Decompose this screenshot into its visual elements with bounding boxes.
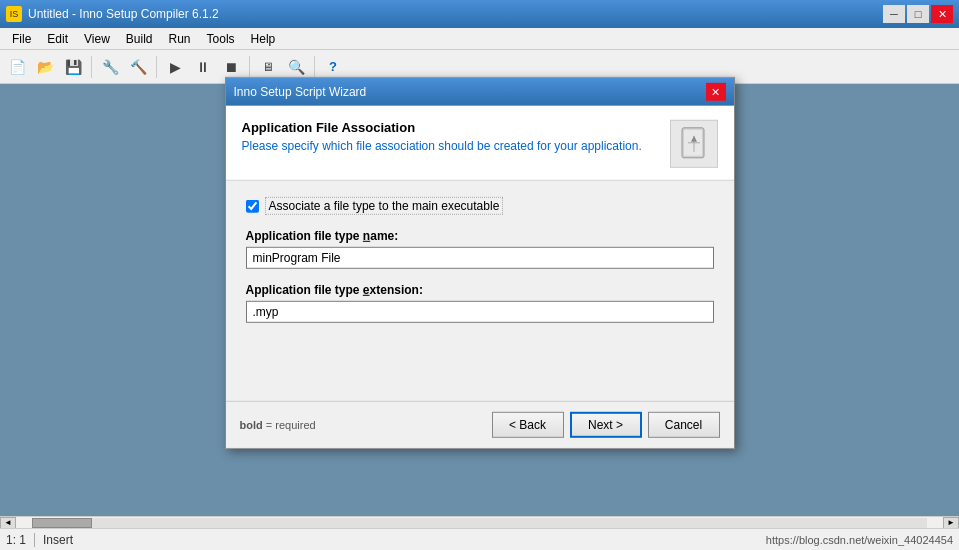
- footer-hint: bold = required: [240, 419, 492, 431]
- status-url: https://blog.csdn.net/weixin_44024454: [766, 534, 953, 546]
- dialog-content: Associate a file type to the main execut…: [226, 181, 734, 401]
- menu-file[interactable]: File: [4, 30, 39, 48]
- find-button[interactable]: 🔍: [283, 54, 309, 80]
- scroll-left-arrow[interactable]: ◄: [0, 517, 16, 529]
- associate-checkbox-label[interactable]: Associate a file type to the main execut…: [265, 197, 504, 215]
- toolbar-separator-3: [249, 56, 250, 78]
- help-button[interactable]: ?: [320, 54, 346, 80]
- toolbar-separator-1: [91, 56, 92, 78]
- wizard-dialog: Inno Setup Script Wizard ✕ Application F…: [225, 77, 735, 449]
- menu-bar: File Edit View Build Run Tools Help: [0, 28, 959, 50]
- filetype-name-label: Application file type name:: [246, 229, 714, 243]
- title-bar-buttons: ─ □ ✕: [883, 5, 953, 23]
- app-icon: IS: [6, 6, 22, 22]
- footer-buttons: < Back Next > Cancel: [492, 412, 720, 438]
- maximize-button[interactable]: □: [907, 5, 929, 23]
- dialog-footer: bold = required < Back Next > Cancel: [226, 401, 734, 448]
- new-button[interactable]: 📄: [4, 54, 30, 80]
- horizontal-scrollbar[interactable]: [32, 518, 927, 528]
- associate-checkbox[interactable]: [246, 199, 259, 212]
- menu-build[interactable]: Build: [118, 30, 161, 48]
- wizard-button[interactable]: 🖥: [255, 54, 281, 80]
- build-button[interactable]: 🔨: [125, 54, 151, 80]
- filetype-ext-input[interactable]: [246, 301, 714, 323]
- dialog-title-text: Inno Setup Script Wizard: [234, 85, 706, 99]
- dialog-header-text: Application File Association Please spec…: [242, 120, 660, 153]
- menu-run[interactable]: Run: [161, 30, 199, 48]
- menu-tools[interactable]: Tools: [199, 30, 243, 48]
- dialog-close-button[interactable]: ✕: [706, 83, 726, 101]
- title-bar-text: Untitled - Inno Setup Compiler 6.1.2: [28, 7, 883, 21]
- editor-mode: Insert: [43, 533, 73, 547]
- associate-checkbox-row: Associate a file type to the main execut…: [246, 197, 714, 215]
- run-button[interactable]: ▶: [162, 54, 188, 80]
- close-button[interactable]: ✕: [931, 5, 953, 23]
- toolbar-separator-4: [314, 56, 315, 78]
- menu-view[interactable]: View: [76, 30, 118, 48]
- dialog-body: Application File Association Please spec…: [226, 106, 734, 448]
- compile-button[interactable]: 🔧: [97, 54, 123, 80]
- scroll-right-arrow[interactable]: ►: [943, 517, 959, 529]
- book-icon: [678, 126, 710, 162]
- dialog-header-icon: [670, 120, 718, 168]
- open-button[interactable]: 📂: [32, 54, 58, 80]
- scrollbar-area: ◄ ►: [0, 516, 959, 528]
- toolbar-separator-2: [156, 56, 157, 78]
- menu-help[interactable]: Help: [243, 30, 284, 48]
- status-separator: [34, 533, 35, 547]
- filetype-name-input[interactable]: [246, 247, 714, 269]
- status-left: 1: 1 Insert: [6, 533, 73, 547]
- cancel-button[interactable]: Cancel: [648, 412, 720, 438]
- title-bar: IS Untitled - Inno Setup Compiler 6.1.2 …: [0, 0, 959, 28]
- pause-button[interactable]: ⏸: [190, 54, 216, 80]
- dialog-header-subtitle: Please specify which file association sh…: [242, 139, 660, 153]
- status-bar: 1: 1 Insert https://blog.csdn.net/weixin…: [0, 528, 959, 550]
- app-window: IS Untitled - Inno Setup Compiler 6.1.2 …: [0, 0, 959, 550]
- filetype-ext-label: Application file type extension:: [246, 283, 714, 297]
- scrollbar-thumb[interactable]: [32, 518, 92, 528]
- cursor-position: 1: 1: [6, 533, 26, 547]
- back-button[interactable]: < Back: [492, 412, 564, 438]
- dialog-header: Application File Association Please spec…: [226, 106, 734, 181]
- stop-button[interactable]: ⏹: [218, 54, 244, 80]
- next-button[interactable]: Next >: [570, 412, 642, 438]
- main-content: Inno Setup Script Wizard ✕ Application F…: [0, 84, 959, 516]
- save-button[interactable]: 💾: [60, 54, 86, 80]
- dialog-title-bar: Inno Setup Script Wizard ✕: [226, 78, 734, 106]
- menu-edit[interactable]: Edit: [39, 30, 76, 48]
- minimize-button[interactable]: ─: [883, 5, 905, 23]
- dialog-header-title: Application File Association: [242, 120, 660, 135]
